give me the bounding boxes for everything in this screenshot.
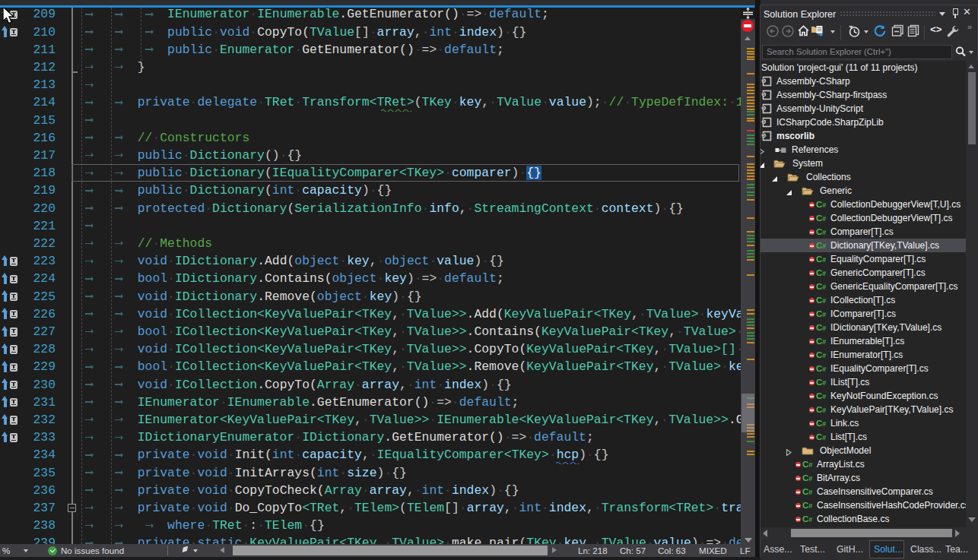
svg-text:S: S	[762, 119, 765, 124]
svg-text:S: S	[762, 132, 765, 138]
svg-text:S: S	[762, 91, 765, 96]
svg-text:S: S	[762, 105, 765, 110]
svg-text:S: S	[762, 78, 765, 83]
